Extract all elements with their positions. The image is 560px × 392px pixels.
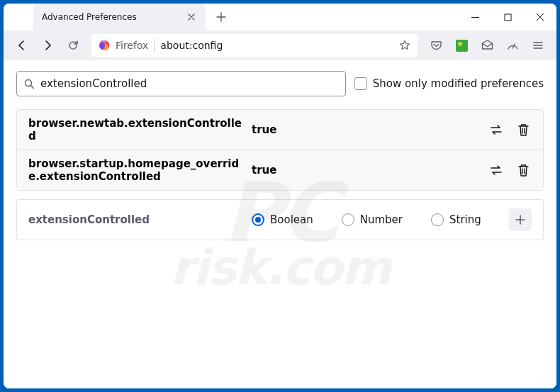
reload-button[interactable] [62,34,84,57]
toggle-button[interactable] [488,162,505,179]
browser-tab[interactable]: Advanced Preferences [33,4,206,30]
type-label: Number [360,213,403,226]
pocket-button[interactable] [425,34,447,57]
tab-title: Advanced Preferences [42,12,177,22]
type-selector: Boolean Number String [245,213,509,226]
minimize-button[interactable] [459,4,491,30]
forward-button[interactable] [36,34,59,57]
url-text: about:config [160,40,223,51]
radio-icon [431,213,444,226]
tab-close-button[interactable] [186,11,197,23]
type-label: String [449,213,481,226]
back-button[interactable] [11,34,33,57]
preference-name: browser.startup.homepage_override.extens… [28,157,245,183]
pref-search-box[interactable] [16,71,346,96]
bookmark-star-icon[interactable] [399,40,410,51]
radio-selected-icon [252,213,264,226]
speed-icon-button[interactable] [501,34,524,57]
checkbox-label: Show only modified preferences [373,77,544,90]
delete-button[interactable] [515,162,532,179]
preference-value: true [245,164,488,177]
preference-value: true [245,123,488,136]
toggle-button[interactable] [488,121,505,138]
radio-icon [342,213,354,226]
type-option-boolean[interactable]: Boolean [252,213,313,226]
show-only-modified-checkbox[interactable] [354,77,367,90]
svg-rect-0 [505,14,511,21]
extension-green-icon [456,40,468,52]
new-preference-name: extensionControlled [28,213,245,226]
preference-name: browser.newtab.extensionControlled [28,117,245,142]
browser-window: Advanced Preferences Firefox about:confi… [4,4,556,388]
type-option-number[interactable]: Number [342,213,403,226]
delete-button[interactable] [515,121,532,138]
search-input[interactable] [40,77,338,90]
window-controls [459,4,556,30]
extension-button[interactable] [450,34,473,57]
mail-icon-button[interactable] [476,34,498,57]
new-preference-row: extensionControlled Boolean Number Strin… [16,199,544,240]
show-only-modified-option[interactable]: Show only modified preferences [354,77,544,90]
maximize-button[interactable] [491,4,524,30]
identity-label: Firefox [116,40,148,51]
page-content: Show only modified preferences browser.n… [4,60,556,388]
nav-toolbar: Firefox about:config [4,30,556,60]
type-option-string[interactable]: String [431,213,481,226]
preference-row: browser.newtab.extensionControlled true [17,110,543,150]
type-label: Boolean [270,213,313,226]
firefox-logo-icon [99,40,110,51]
window-close-button[interactable] [524,4,556,30]
preference-list: browser.newtab.extensionControlled true … [16,109,544,191]
url-bar[interactable]: Firefox about:config [91,34,418,57]
search-icon [24,79,35,89]
app-menu-button[interactable] [527,34,549,57]
add-preference-button[interactable] [509,208,532,231]
urlbar-divider [154,38,155,52]
new-tab-button[interactable] [211,7,231,27]
titlebar: Advanced Preferences [4,4,556,30]
preference-row: browser.startup.homepage_override.extens… [17,150,543,190]
